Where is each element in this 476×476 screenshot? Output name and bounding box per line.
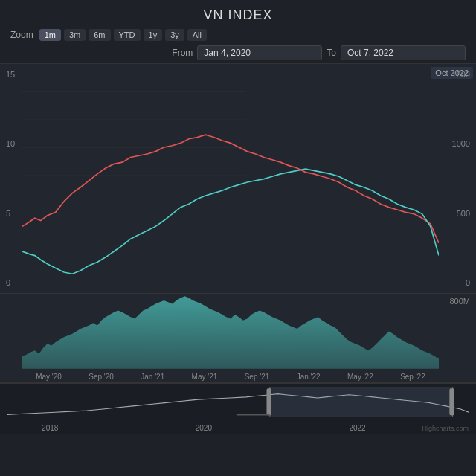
svg-rect-8 (266, 388, 271, 415)
navigator-labels: 2018 2020 2022 (7, 424, 469, 432)
volume-y-axis: 800M (449, 297, 470, 306)
main-chart-svg (22, 64, 439, 314)
date-range: From To (0, 45, 476, 60)
svg-rect-9 (449, 388, 454, 415)
volume-chart: 800M May '20 Sep '20 Jan '21 May '21 Sep… (0, 294, 476, 383)
volume-svg (22, 294, 439, 369)
zoom-bar: Zoom 1m 3m 6m YTD 1y 3y All (0, 29, 476, 41)
main-chart: Oct 2022 0 5 10 15 0 500 1000 1500 (0, 63, 476, 294)
zoom-btn-3m[interactable]: 3m (64, 29, 86, 41)
zoom-btn-all[interactable]: All (187, 29, 207, 41)
from-date-input[interactable] (197, 45, 322, 60)
y-axis-left: 0 5 10 15 (6, 64, 15, 293)
y-axis-right: 0 500 1000 1500 (452, 64, 470, 293)
zoom-btn-ytd[interactable]: YTD (114, 29, 141, 41)
main-container: VN INDEX Zoom 1m 3m 6m YTD 1y 3y All Fro… (0, 0, 476, 476)
zoom-btn-1m[interactable]: 1m (39, 29, 61, 41)
highcharts-credit: Highcharts.com (422, 425, 469, 432)
zoom-label: Zoom (10, 30, 33, 40)
navigator-area: ◀ ▶ 2018 2020 2022 Highcharts.com (0, 383, 476, 434)
zoom-btn-3y[interactable]: 3y (165, 29, 184, 41)
to-label: To (327, 48, 336, 58)
zoom-btn-6m[interactable]: 6m (89, 29, 110, 41)
to-date-input[interactable] (341, 45, 466, 60)
chart-title: VN INDEX (0, 7, 476, 23)
zoom-btn-1y[interactable]: 1y (144, 29, 163, 41)
navigator-svg (7, 387, 469, 417)
svg-rect-7 (270, 387, 453, 417)
x-axis-labels: May '20 Sep '20 Jan '21 May '21 Sep '21 … (22, 373, 439, 381)
from-label: From (172, 48, 193, 58)
